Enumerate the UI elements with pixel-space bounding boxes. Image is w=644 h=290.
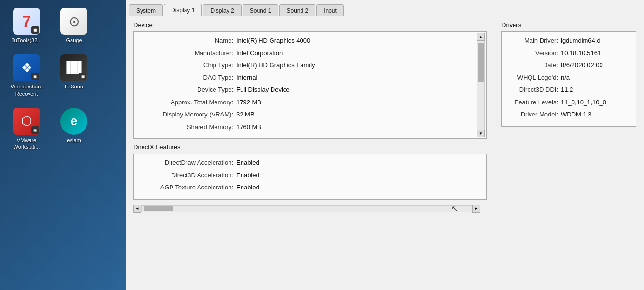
agp-value: Enabled bbox=[236, 183, 480, 192]
driver-levels-row: Feature Levels: 11_0,10_1,10_0 bbox=[508, 98, 630, 107]
driver-version-row: Version: 10.18.10.5161 bbox=[508, 48, 630, 58]
tab-sound1[interactable]: Sound 1 bbox=[243, 4, 279, 16]
icon-wondershare-label: WondershareRecoverit bbox=[11, 83, 43, 97]
device-vram-label: Display Memory (VRAM): bbox=[140, 110, 236, 119]
scroll-down-btn[interactable]: ▼ bbox=[477, 130, 485, 137]
scroll-right-btn[interactable]: ► bbox=[472, 205, 480, 213]
tab-sound2[interactable]: Sound 2 bbox=[279, 4, 315, 16]
device-chip-label: Chip Type: bbox=[140, 60, 236, 70]
device-vram-row: Display Memory (VRAM): 32 MB bbox=[140, 110, 472, 119]
icon-row-3: ⬡ ▣ VMwareWorkstati... e eslam bbox=[5, 105, 111, 154]
icon-eslam[interactable]: e eslam bbox=[52, 105, 96, 154]
device-dac-value: Internal bbox=[236, 73, 472, 83]
driver-model-value: WDDM 1.3 bbox=[561, 110, 630, 119]
icon-vmware-label: VMwareWorkstati... bbox=[14, 137, 40, 151]
directx-section-box: DirectDraw Acceleration: Enabled Direct3… bbox=[133, 154, 487, 200]
directdraw-value: Enabled bbox=[236, 158, 480, 168]
device-section-title: Device bbox=[133, 21, 487, 29]
agp-row: AGP Texture Acceleration: Enabled bbox=[140, 183, 480, 192]
driver-ddi-label: Direct3D DDI: bbox=[508, 85, 561, 95]
horizontal-scroll-area: ◄ ► ↖ bbox=[133, 204, 487, 213]
icon-eslam-label: eslam bbox=[67, 137, 81, 144]
dxdiag-window: System Display 1 Display 2 Sound 1 Sound… bbox=[126, 0, 644, 290]
scrollbar-thumb[interactable] bbox=[478, 43, 484, 82]
icon-eslam-img: e bbox=[60, 108, 87, 135]
scrollbar-track bbox=[477, 41, 485, 130]
tab-display1[interactable]: Display 1 bbox=[164, 4, 202, 16]
icon-gauge[interactable]: ⊙ Gauge bbox=[52, 5, 96, 46]
icon-w-badge: ▣ bbox=[31, 72, 39, 80]
icon-vmware[interactable]: ⬡ ▣ VMwareWorkstati... bbox=[5, 105, 48, 154]
main-content: Device Name: Intel(R) HD Graphics 4000 M… bbox=[126, 16, 644, 290]
desktop-icons: 7 ▣ 3uTools(32... ⊙ Gauge ❖ ▣ Wondershar… bbox=[0, 0, 116, 290]
h-scrollbar-thumb[interactable] bbox=[144, 206, 173, 211]
driver-date-value: 8/6/2020 02:00 bbox=[561, 60, 630, 70]
device-shared-label: Shared Memory: bbox=[140, 122, 236, 132]
device-panel: Device Name: Intel(R) HD Graphics 4000 M… bbox=[126, 16, 494, 290]
driver-model-label: Driver Model: bbox=[508, 110, 561, 119]
driver-version-label: Version: bbox=[508, 48, 561, 58]
device-section-box: Name: Intel(R) HD Graphics 4000 Manufact… bbox=[133, 31, 487, 139]
icon-3utools[interactable]: 7 ▣ 3uTools(32... bbox=[5, 5, 48, 46]
driver-version-value: 10.18.10.5161 bbox=[561, 48, 630, 58]
tab-display2[interactable]: Display 2 bbox=[203, 4, 241, 16]
tab-bar: System Display 1 Display 2 Sound 1 Sound… bbox=[126, 0, 644, 16]
icon-fx-badge: ▣ bbox=[79, 72, 86, 80]
device-type-value: Full Display Device bbox=[236, 85, 472, 95]
direct3d-label: Direct3D Acceleration: bbox=[140, 171, 236, 180]
drivers-section-title: Drivers bbox=[501, 21, 636, 29]
driver-ddi-row: Direct3D DDI: 11.2 bbox=[508, 85, 630, 95]
device-totalmem-label: Approx. Total Memory: bbox=[140, 98, 236, 107]
device-type-row: Device Type: Full Display Device bbox=[140, 85, 472, 95]
icon-row-1: 7 ▣ 3uTools(32... ⊙ Gauge bbox=[5, 5, 111, 46]
icon-fxsound-label: FxSoun bbox=[65, 83, 83, 90]
scroll-up-btn[interactable]: ▲ bbox=[477, 33, 485, 41]
direct3d-value: Enabled bbox=[236, 171, 480, 180]
icon-wondershare[interactable]: ❖ ▣ WondershareRecoverit bbox=[5, 51, 48, 100]
directdraw-label: DirectDraw Acceleration: bbox=[140, 158, 236, 168]
device-mfr-label: Manufacturer: bbox=[140, 48, 236, 58]
device-mfr-value: Intel Corporation bbox=[236, 48, 472, 58]
driver-ddi-value: 11.2 bbox=[561, 85, 630, 95]
icon-gauge-label: Gauge bbox=[66, 37, 82, 44]
driver-date-row: Date: 8/6/2020 02:00 bbox=[508, 60, 630, 70]
icon-3utools-label: 3uTools(32... bbox=[12, 37, 42, 44]
driver-levels-value: 11_0,10_1,10_0 bbox=[561, 98, 630, 107]
device-vram-value: 32 MB bbox=[236, 110, 472, 119]
driver-main-value: igdumdim64.dl bbox=[561, 36, 630, 45]
icon-badge: ▣ bbox=[31, 26, 39, 34]
device-totalmem-row: Approx. Total Memory: 1792 MB bbox=[140, 98, 472, 107]
driver-whql-value: n/a bbox=[561, 73, 630, 83]
driver-whql-row: WHQL Logo'd: n/a bbox=[508, 73, 630, 83]
device-name-row: Name: Intel(R) HD Graphics 4000 bbox=[140, 36, 472, 45]
device-type-label: Device Type: bbox=[140, 85, 236, 95]
scroll-left-btn[interactable]: ◄ bbox=[133, 205, 141, 213]
device-dac-label: DAC Type: bbox=[140, 73, 236, 83]
icon-3utools-img: 7 ▣ bbox=[13, 8, 40, 35]
device-chip-row: Chip Type: Intel(R) HD Graphics Family bbox=[140, 60, 472, 70]
icon-vmware-img: ⬡ ▣ bbox=[13, 108, 40, 135]
directx-section-title: DirectX Features bbox=[133, 144, 487, 151]
h-scrollbar-track bbox=[141, 205, 472, 212]
direct3d-row: Direct3D Acceleration: Enabled bbox=[140, 171, 480, 180]
icon-row-2: ❖ ▣ WondershareRecoverit ▐█▌ ▣ FxSoun bbox=[5, 51, 111, 100]
device-dac-row: DAC Type: Internal bbox=[140, 73, 472, 83]
device-shared-value: 1760 MB bbox=[236, 122, 472, 132]
icon-vm-badge: ▣ bbox=[31, 126, 39, 134]
icon-wondershare-img: ❖ ▣ bbox=[13, 54, 40, 81]
device-mfr-row: Manufacturer: Intel Corporation bbox=[140, 48, 472, 58]
vertical-scrollbar-container: ▲ ▼ bbox=[476, 33, 485, 137]
device-name-value: Intel(R) HD Graphics 4000 bbox=[236, 36, 472, 45]
tab-input[interactable]: Input bbox=[316, 4, 344, 16]
drivers-panel: Drivers Main Driver: igdumdim64.dl Versi… bbox=[494, 16, 644, 290]
directdraw-row: DirectDraw Acceleration: Enabled bbox=[140, 158, 480, 168]
driver-main-row: Main Driver: igdumdim64.dl bbox=[508, 36, 630, 45]
device-name-label: Name: bbox=[140, 36, 236, 45]
drivers-section-box: Main Driver: igdumdim64.dl Version: 10.1… bbox=[501, 31, 636, 127]
agp-label: AGP Texture Acceleration: bbox=[140, 183, 236, 192]
icon-gauge-img: ⊙ bbox=[60, 8, 87, 35]
device-shared-row: Shared Memory: 1760 MB bbox=[140, 122, 472, 132]
driver-main-label: Main Driver: bbox=[508, 36, 561, 45]
icon-fxsound[interactable]: ▐█▌ ▣ FxSoun bbox=[52, 51, 96, 100]
tab-system[interactable]: System bbox=[129, 4, 163, 16]
